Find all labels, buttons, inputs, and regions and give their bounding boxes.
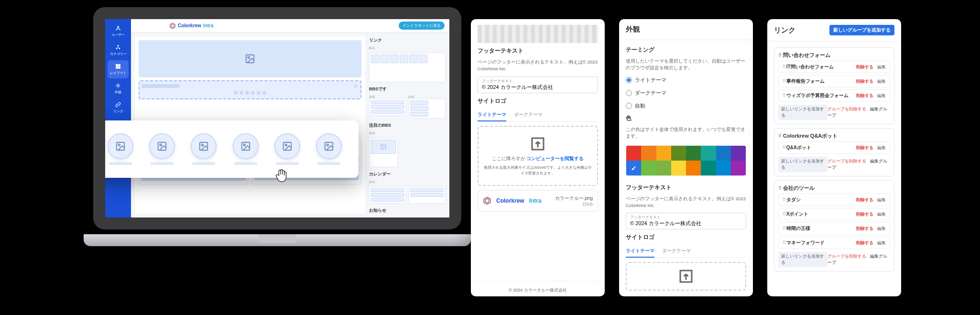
palette-item-bbs-2x3[interactable] <box>369 98 406 116</box>
add-group-button[interactable]: 新しいグループを追加する <box>829 25 894 35</box>
hero-image-widget[interactable] <box>139 40 361 77</box>
browse-link[interactable]: コンピューターを閲覧する <box>526 156 584 161</box>
footer-text-input[interactable] <box>482 84 594 90</box>
drag-handle-icon[interactable]: ⠿ <box>783 240 785 245</box>
add-link-button[interactable]: 新しいリンクを追加する <box>778 252 828 267</box>
sidebar-item-users[interactable]: ユーザー <box>108 22 129 40</box>
palette-section-calendar: カレンダー <box>369 171 446 177</box>
color-swatch[interactable] <box>671 161 686 175</box>
tab-dark-theme[interactable]: ダークテーマ <box>514 109 543 121</box>
drag-handle-icon[interactable]: ⠿ <box>783 197 785 202</box>
link-item[interactable]: ⠿ タダシ削除する編集 <box>778 194 890 206</box>
delete-link-button[interactable]: 削除する <box>856 93 873 99</box>
color-swatch[interactable] <box>641 146 656 161</box>
edit-link-button[interactable]: 編集 <box>877 226 886 232</box>
color-swatch[interactable] <box>686 146 701 161</box>
palette-item-featured[interactable] <box>369 138 398 167</box>
delete-link-button[interactable]: 削除する <box>856 226 873 232</box>
edit-link-button[interactable]: 編集 <box>877 240 886 246</box>
drag-handle-icon[interactable]: ⠿ <box>778 133 781 139</box>
logo-dropzone[interactable] <box>626 262 746 291</box>
link-item[interactable]: ⠿ 時間の王様削除する編集 <box>778 222 890 235</box>
radio-dark-theme[interactable]: ダークテーマ <box>626 88 746 98</box>
drag-handle-icon[interactable]: ⠿ <box>783 145 785 150</box>
palette-item-link[interactable] <box>369 53 446 82</box>
drag-handle-icon[interactable]: ⠿ <box>783 64 785 69</box>
color-swatch[interactable] <box>701 161 716 175</box>
color-swatch[interactable] <box>626 146 641 161</box>
logo-filesize: 15KB <box>555 202 593 206</box>
add-link-button[interactable]: 新しいリンクを追加する <box>778 105 828 120</box>
edit-link-button[interactable]: 編集 <box>877 197 886 203</box>
add-link-button[interactable]: 新しいリンクを追加する <box>778 157 828 172</box>
sidebar-item-appearance[interactable]: 外観 <box>108 79 129 98</box>
delete-group-button[interactable]: グループを削除する <box>828 254 866 259</box>
footer-text-field[interactable]: フッターテキスト <box>626 213 746 229</box>
link-group: ⠿Colorkrew Q&Aボット⠿ Q&Aボット削除する編集新しいリンクを追加… <box>774 128 894 176</box>
palette-item-calendar-a[interactable] <box>369 186 406 204</box>
tab-light-theme[interactable]: ライトテーマ <box>626 245 654 258</box>
return-intranet-button[interactable]: イントラネットに戻る <box>399 22 445 30</box>
drop-slot[interactable] <box>139 80 361 99</box>
color-swatch[interactable] <box>671 146 686 161</box>
edit-link-button[interactable]: 編集 <box>877 145 886 151</box>
color-swatch[interactable] <box>641 161 656 175</box>
delete-group-button[interactable]: グループを削除する <box>828 159 866 163</box>
link-item[interactable]: ⠿ 事件報告フォーム削除する編集 <box>778 75 890 87</box>
drag-handle-icon[interactable]: ⠿ <box>783 93 785 98</box>
color-swatch[interactable] <box>731 146 746 161</box>
tab-light-theme[interactable]: ライトテーマ <box>478 109 506 121</box>
logo-dropzone[interactable]: ここに降ろすか コンピューターを閲覧する 推奨される最大画像サイズは200x96… <box>478 126 598 186</box>
drag-handle-icon[interactable]: ⠿ <box>783 226 785 231</box>
radio-light-theme[interactable]: ライトテーマ <box>626 76 746 85</box>
dragging-widget-preview[interactable] <box>93 120 359 178</box>
delete-link-button[interactable]: 削除する <box>856 197 873 203</box>
color-swatch[interactable] <box>731 161 746 175</box>
link-item[interactable]: ⠿ IT問い合わせフォーム削除する編集 <box>778 61 890 73</box>
link-item[interactable]: ⠿ マネーフォワード削除する編集 <box>778 237 890 249</box>
sidebar-item-links[interactable]: リンク <box>108 98 129 117</box>
sidebar-item-layout[interactable]: レイアウト <box>108 60 129 78</box>
delete-group-button[interactable]: グループを削除する <box>828 107 866 111</box>
delete-link-button[interactable]: 削除する <box>856 240 873 246</box>
link-item[interactable]: ⠿ Xポイント削除する編集 <box>778 208 890 220</box>
delete-link-button[interactable]: 削除する <box>856 145 873 151</box>
link-item-label: ウィズラボ予算照会フォーム <box>786 93 849 98</box>
edit-link-button[interactable]: 編集 <box>877 64 886 70</box>
footer-text-hint: ページのフッターに表示されるテキスト。例えば© 2023 Colorkrew I… <box>478 59 598 73</box>
tab-dark-theme[interactable]: ダークテーマ <box>662 245 691 258</box>
panel-title: リンク <box>774 26 795 35</box>
palette-size: 6×1 <box>369 46 446 50</box>
edit-link-button[interactable]: 編集 <box>877 211 886 217</box>
footer-text-input[interactable] <box>630 221 742 227</box>
group-title-row: ⠿Colorkrew Q&Aボット <box>778 132 890 140</box>
drag-handle-icon[interactable]: ⠿ <box>778 185 781 191</box>
delete-link-button[interactable]: 削除する <box>856 64 873 70</box>
drop-text: ここに降ろすか <box>492 156 525 161</box>
link-item[interactable]: ⠿ ウィズラボ予算照会フォーム削除する編集 <box>778 89 890 102</box>
drag-handle-icon[interactable]: ⠿ <box>778 53 781 58</box>
palette-item-bbs-2x2[interactable] <box>408 98 446 119</box>
color-swatch[interactable] <box>656 161 671 175</box>
radio-auto-theme[interactable]: 自動 <box>626 101 746 110</box>
color-swatch[interactable] <box>716 161 731 175</box>
group-footer: 新しいリンクを追加するグループを削除する編集グループ <box>778 157 890 172</box>
color-swatch[interactable] <box>686 161 701 175</box>
delete-link-button[interactable]: 削除する <box>856 78 873 85</box>
gear-icon[interactable] <box>353 83 359 89</box>
link-item[interactable]: ⠿ Q&Aボット削除する編集 <box>778 141 890 154</box>
group-title: Colorkrew Q&Aボット <box>783 132 838 140</box>
footer-text-field[interactable]: フッターテキスト <box>478 76 598 93</box>
sidebar-item-categories[interactable]: カテゴリー <box>108 41 129 59</box>
color-swatch[interactable] <box>716 146 731 161</box>
color-swatch[interactable] <box>701 146 716 161</box>
palette-item-calendar-b[interactable] <box>408 186 446 204</box>
drag-handle-icon[interactable]: ⠿ <box>783 78 785 84</box>
color-swatch[interactable] <box>626 161 641 175</box>
edit-link-button[interactable]: 編集 <box>877 78 886 85</box>
copyright-footer: © 2024 カラークルー株式会社 <box>471 281 605 296</box>
color-swatch[interactable] <box>656 146 671 161</box>
delete-link-button[interactable]: 削除する <box>856 211 873 217</box>
drag-handle-icon[interactable]: ⠿ <box>783 211 785 217</box>
edit-link-button[interactable]: 編集 <box>877 93 886 99</box>
